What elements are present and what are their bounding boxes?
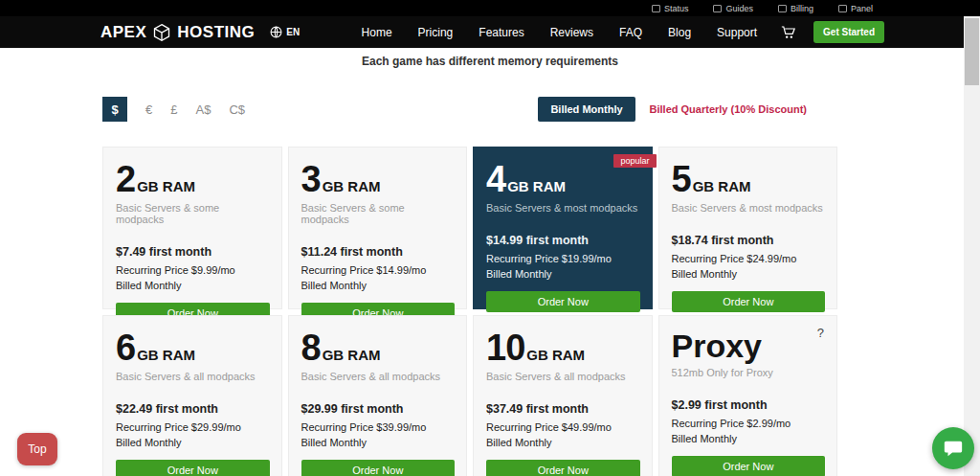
nav-item-support[interactable]: Support xyxy=(717,26,757,39)
utility-item-guides[interactable]: Guides xyxy=(713,4,753,13)
status-icon xyxy=(652,5,660,12)
logo-text-hosting: HOSTING xyxy=(177,23,255,42)
get-started-button[interactable]: Get Started xyxy=(813,21,884,43)
plan-recurring-price: Recurring Price $39.99/mo xyxy=(301,419,456,435)
plan-first-price: $18.74 first month xyxy=(672,234,826,247)
billing-icon xyxy=(778,5,787,12)
plan-billing-cycle: Billed Monthly xyxy=(301,435,456,450)
utility-label: Billing xyxy=(791,4,813,13)
plan-desc: Basic Servers & all modpacks xyxy=(116,371,270,382)
plan-first-price: $22.49 first month xyxy=(116,402,270,416)
plan-recurring-price: Recurring Price $2.99/mo xyxy=(672,416,826,431)
plan-card-2gb: 2GB RAM Basic Servers & some modpacks $7… xyxy=(102,147,282,309)
plan-size: 8 xyxy=(301,328,321,368)
plan-desc: Basic Servers & some modpacks xyxy=(301,202,456,225)
main-navbar: APEX HOSTING EN Home Pricing Features Re… xyxy=(0,16,980,48)
nav-item-features[interactable]: Features xyxy=(479,26,523,39)
order-now-button[interactable]: Order Now xyxy=(301,460,456,476)
plan-first-price: $29.99 first month xyxy=(301,402,456,416)
plan-title: 10GB RAM xyxy=(486,329,640,366)
plan-billing-cycle: Billed Monthly xyxy=(672,431,826,446)
plan-first-price: $37.49 first month xyxy=(486,402,640,416)
panel-icon xyxy=(838,5,847,12)
scrollbar-thumb[interactable] xyxy=(965,18,979,85)
utility-item-billing[interactable]: Billing xyxy=(778,4,813,13)
plan-billing-cycle: Billed Monthly xyxy=(116,278,270,293)
plan-unit: GB RAM xyxy=(507,178,566,194)
billed-monthly-button[interactable]: Billed Monthly xyxy=(538,97,635,122)
nav-item-home[interactable]: Home xyxy=(362,26,392,39)
plan-title: 8GB RAM xyxy=(301,329,456,366)
plan-desc: 512mb Only for Proxy xyxy=(672,367,826,378)
utility-item-panel[interactable]: Panel xyxy=(838,4,873,13)
plan-desc: Basic Servers & all modpacks xyxy=(301,371,456,382)
plan-unit: GB RAM xyxy=(137,347,195,363)
plan-card-5gb: 5GB RAM Basic Servers & most modpacks $1… xyxy=(658,147,838,309)
nav-item-pricing[interactable]: Pricing xyxy=(418,26,454,39)
plan-billing-cycle: Billed Monthly xyxy=(486,435,640,450)
plan-pricing: $22.49 first month Recurring Price $29.9… xyxy=(116,402,270,450)
currency-option-aud[interactable]: A$ xyxy=(195,102,211,117)
plan-desc: Basic Servers & some modpacks xyxy=(116,202,270,225)
plan-billing-cycle: Billed Monthly xyxy=(672,266,826,282)
plan-pricing: $37.49 first month Recurring Price $49.9… xyxy=(486,402,640,450)
nav-item-reviews[interactable]: Reviews xyxy=(550,26,593,39)
plan-card-8gb: 8GB RAM Basic Servers & all modpacks $29… xyxy=(288,315,468,476)
currency-option-usd[interactable]: $ xyxy=(102,97,127,122)
vertical-scrollbar[interactable] xyxy=(964,16,980,476)
plan-size: 3 xyxy=(301,159,321,199)
cart-icon[interactable] xyxy=(780,25,796,40)
plans-grid: 2GB RAM Basic Servers & some modpacks $7… xyxy=(102,147,837,476)
cube-logo-icon xyxy=(152,23,171,42)
back-to-top-button[interactable]: Top xyxy=(17,433,57,465)
plan-first-price: $2.99 first month xyxy=(672,398,826,412)
plan-recurring-price: Recurring Price $19.99/mo xyxy=(486,251,640,266)
plan-title: 5GB RAM xyxy=(672,161,826,197)
help-icon[interactable]: ? xyxy=(817,326,824,340)
plan-unit: GB RAM xyxy=(526,347,585,363)
plan-billing-cycle: Billed Monthly xyxy=(301,278,456,293)
nav-item-faq[interactable]: FAQ xyxy=(619,26,642,39)
plan-card-proxy: ? Proxy 512mb Only for Proxy $2.99 first… xyxy=(658,315,838,476)
order-now-button[interactable]: Order Now xyxy=(672,291,826,312)
controls-row: $ € £ A$ C$ Billed Monthly Billed Quarte… xyxy=(102,97,837,122)
plan-billing-cycle: Billed Monthly xyxy=(116,435,270,450)
currency-option-eur[interactable]: € xyxy=(145,102,152,117)
currency-option-gbp[interactable]: £ xyxy=(170,102,177,117)
plan-pricing: $2.99 first month Recurring Price $2.99/… xyxy=(672,398,826,446)
chat-bubble-icon xyxy=(943,438,964,459)
plan-desc: Basic Servers & most modpacks xyxy=(672,202,826,214)
plan-size: Proxy xyxy=(672,328,763,364)
order-now-button[interactable]: Order Now xyxy=(486,291,640,312)
order-now-button[interactable]: Order Now xyxy=(672,456,826,476)
plan-card-4gb-popular: popular 4GB RAM Basic Servers & most mod… xyxy=(473,147,653,309)
language-selector[interactable]: EN xyxy=(270,26,300,38)
order-now-button[interactable]: Order Now xyxy=(116,460,270,476)
plan-pricing: $7.49 first month Recurring Price $9.99/… xyxy=(116,245,270,293)
plan-card-3gb: 3GB RAM Basic Servers & some modpacks $1… xyxy=(288,147,468,309)
plan-title: 3GB RAM xyxy=(301,161,456,197)
utility-label: Panel xyxy=(851,4,873,13)
plan-desc: Basic Servers & most modpacks xyxy=(486,202,640,214)
live-chat-button[interactable] xyxy=(932,427,974,469)
plan-unit: GB RAM xyxy=(323,347,381,363)
nav-item-blog[interactable]: Blog xyxy=(668,26,691,39)
utility-bar: Status Guides Billing Panel xyxy=(0,0,980,16)
plan-recurring-price: Recurring Price $29.99/mo xyxy=(116,419,270,435)
billed-quarterly-link[interactable]: Billed Quarterly (10% Discount) xyxy=(650,103,807,115)
plan-billing-cycle: Billed Monthly xyxy=(486,266,640,282)
order-now-button[interactable]: Order Now xyxy=(486,460,640,476)
currency-option-cad[interactable]: C$ xyxy=(229,102,245,117)
plan-size: 5 xyxy=(672,159,691,199)
plan-unit: GB RAM xyxy=(693,178,751,194)
plan-first-price: $7.49 first month xyxy=(116,245,270,259)
plan-pricing: $29.99 first month Recurring Price $39.9… xyxy=(301,402,456,450)
guides-icon xyxy=(713,5,722,12)
plan-title: 2GB RAM xyxy=(116,161,270,197)
plan-title: 6GB RAM xyxy=(116,329,270,366)
language-label: EN xyxy=(286,27,300,37)
plan-size: 4 xyxy=(486,159,505,199)
plan-first-price: $14.99 first month xyxy=(486,234,640,247)
utility-item-status[interactable]: Status xyxy=(652,4,689,13)
apex-hosting-logo[interactable]: APEX HOSTING xyxy=(100,23,255,42)
